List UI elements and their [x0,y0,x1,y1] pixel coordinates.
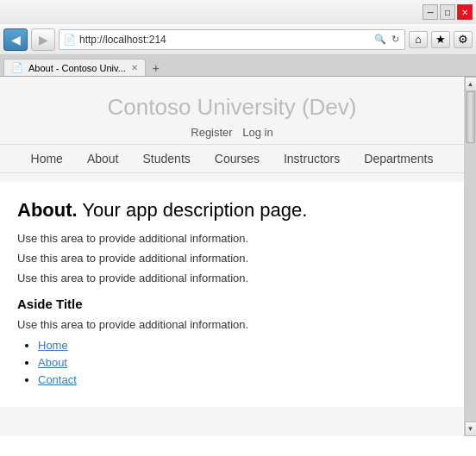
tab-close-button[interactable]: ✕ [131,63,138,72]
tab-bar: 📄 About - Contoso Univ... ✕ + [0,55,476,76]
aside-title: Aside Title [17,297,447,311]
heading-desc: Your app description page. [78,199,308,221]
tab-icon: 📄 [11,62,23,73]
refresh-icon[interactable]: ↻ [390,34,401,45]
scrollbar-track[interactable] [465,91,476,422]
home-button[interactable]: ⌂ [409,31,428,48]
footer-home-link[interactable]: Home [38,339,68,352]
info-line-1: Use this area to provide additional info… [17,232,447,245]
tab-label: About - Contoso Univ... [28,63,126,73]
list-item: Home [38,338,447,352]
aside-info: Use this area to provide additional info… [17,318,447,331]
favorites-button[interactable]: ★ [431,31,450,48]
footer-contact-link[interactable]: Contact [38,373,77,386]
window-controls: ─ □ ✕ [423,4,473,20]
nav-departments[interactable]: Departments [352,145,445,172]
scroll-down-button[interactable]: ▼ [465,422,477,436]
main-content: About. Your app description page. Use th… [0,182,464,407]
register-link[interactable]: Register [191,126,232,139]
nav-courses[interactable]: Courses [203,145,272,172]
info-line-3: Use this area to provide additional info… [17,272,447,284]
scrollbar-thumb[interactable] [466,91,475,143]
new-tab-button[interactable]: + [147,60,165,76]
nav-about[interactable]: About [75,145,131,172]
nav-instructors[interactable]: Instructors [272,145,352,172]
nav-home[interactable]: Home [19,145,75,172]
address-bar[interactable]: 📄 http://localhost:214 🔍 ↻ [59,29,405,50]
close-button[interactable]: ✕ [457,4,473,20]
forward-button[interactable]: ▶ [31,28,55,51]
login-link[interactable]: Log in [242,126,272,139]
settings-button[interactable]: ⚙ [454,31,473,48]
footer-about-link[interactable]: About [38,356,67,369]
back-button[interactable]: ◀ [3,28,28,51]
page-content: Contoso University (Dev) Register Log in… [0,77,464,436]
footer-link-list: Home About Contact [17,338,447,386]
page-heading: About. Your app description page. [17,199,447,222]
address-text: http://localhost:214 [79,34,369,46]
site-header: Contoso University (Dev) Register Log in… [0,77,464,182]
minimize-button[interactable]: ─ [423,4,438,20]
active-tab[interactable]: 📄 About - Contoso Univ... ✕ [3,59,146,76]
page-wrapper: Contoso University (Dev) Register Log in… [0,77,476,436]
maximize-button[interactable]: □ [440,4,455,20]
nav-students[interactable]: Students [131,145,203,172]
list-item: About [38,355,447,369]
address-actions: 🔍 ↻ [373,34,401,45]
scroll-up-button[interactable]: ▲ [465,77,477,91]
info-line-2: Use this area to provide additional info… [17,252,447,265]
scrollbar: ▲ ▼ [464,77,476,436]
search-icon[interactable]: 🔍 [373,34,388,45]
site-title: Contoso University (Dev) [0,94,464,121]
nav-bar: ◀ ▶ 📄 http://localhost:214 🔍 ↻ ⌂ ★ ⚙ [0,24,476,55]
site-nav: Home About Students Courses Instructors … [0,144,464,173]
page-icon: 📄 [63,34,76,46]
list-item: Contact [38,372,447,386]
heading-bold: About. [17,199,78,221]
auth-links: Register Log in [0,126,464,139]
title-bar: ─ □ ✕ [0,0,476,24]
